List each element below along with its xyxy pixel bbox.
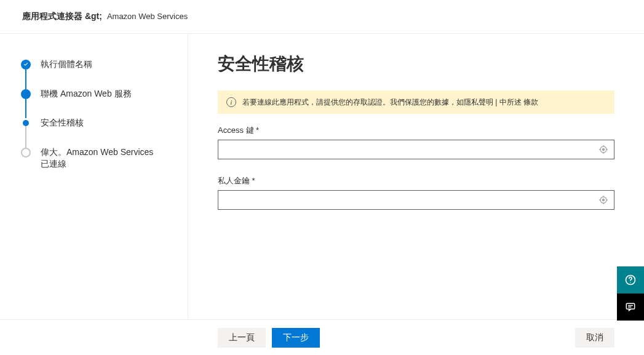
field-access-key: Access 鍵 * xyxy=(218,125,614,159)
step-instance-name[interactable]: 執行個體名稱 xyxy=(21,58,188,88)
step-dot-icon xyxy=(23,120,29,126)
access-key-input[interactable] xyxy=(218,140,614,159)
field-private-key: 私人金鑰 * xyxy=(218,175,614,210)
cancel-button[interactable]: 取消 xyxy=(575,328,614,348)
feedback-button[interactable] xyxy=(617,293,644,321)
step-dot-icon xyxy=(21,89,31,99)
wizard-footer: 上一頁 下一步 取消 xyxy=(0,319,644,355)
main-content: 安全性稽核 i 若要連線此應用程式，請提供您的存取認證。我們保護您的數據，如隱私… xyxy=(188,34,644,318)
step-label: 安全性稽核 xyxy=(41,117,164,129)
step-security-audit[interactable]: 安全性稽核 xyxy=(21,117,188,146)
prev-button[interactable]: 上一頁 xyxy=(218,328,266,348)
step-label: 執行個體名稱 xyxy=(41,58,164,71)
breadcrumb: 應用程式連接器 &gt; Amazon Web Services xyxy=(0,0,644,34)
svg-point-3 xyxy=(602,199,604,201)
page-title: 安全性稽核 xyxy=(218,52,614,76)
step-label: 偉大。Amazon Web Services 已連線 xyxy=(41,146,164,170)
step-dot-icon xyxy=(21,148,31,158)
svg-point-1 xyxy=(602,148,604,150)
svg-rect-6 xyxy=(626,303,634,309)
step-connected: 偉大。Amazon Web Services 已連線 xyxy=(21,146,188,170)
breadcrumb-root[interactable]: 應用程式連接器 &gt; xyxy=(22,11,102,22)
info-banner: i 若要連線此應用程式，請提供您的存取認證。我們保護您的數據，如隱私聲明 | 中… xyxy=(218,90,614,114)
help-button[interactable] xyxy=(617,266,644,293)
next-button[interactable]: 下一步 xyxy=(272,328,320,348)
access-key-label: Access 鍵 * xyxy=(218,125,614,136)
private-key-input[interactable] xyxy=(218,190,614,210)
reveal-icon[interactable] xyxy=(598,195,608,205)
floating-actions xyxy=(617,266,644,321)
reveal-icon[interactable] xyxy=(598,145,608,154)
breadcrumb-current: Amazon Web Services xyxy=(107,12,188,21)
wizard-steps: 執行個體名稱 聯機 Amazon Web 服務 安全性稽核 偉大。Amazon … xyxy=(0,34,188,318)
svg-point-5 xyxy=(630,282,630,283)
info-icon: i xyxy=(226,97,236,107)
private-key-label: 私人金鑰 * xyxy=(218,175,614,186)
step-connect-aws[interactable]: 聯機 Amazon Web 服務 xyxy=(21,88,188,118)
info-banner-text: 若要連線此應用程式，請提供您的存取認證。我們保護您的數據，如隱私聲明 | 中所述… xyxy=(242,97,538,108)
step-label: 聯機 Amazon Web 服務 xyxy=(41,88,164,100)
check-icon xyxy=(21,60,31,70)
